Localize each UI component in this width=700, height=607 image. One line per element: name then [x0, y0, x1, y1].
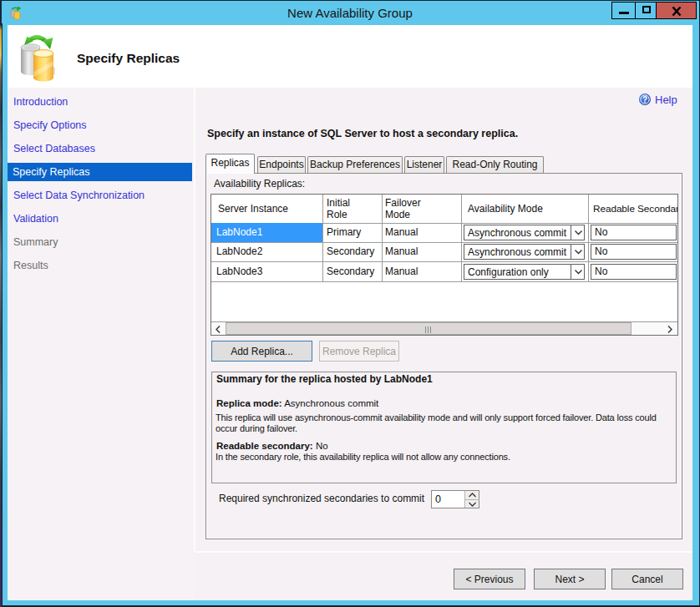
svg-text:?: ?	[642, 95, 647, 104]
